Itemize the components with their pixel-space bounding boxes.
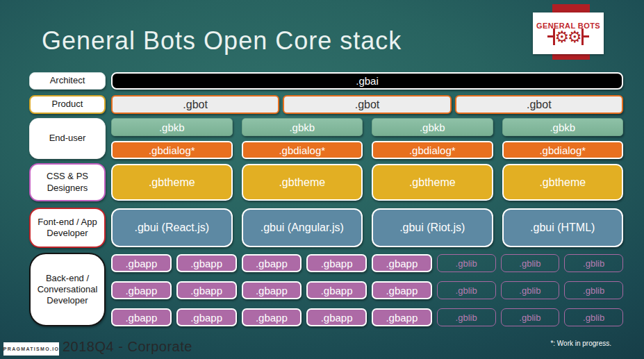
stack-row-gbkb: .gbkb .gbkb .gbkb .gbkb bbox=[111, 118, 623, 136]
role-label-text: Architect bbox=[50, 75, 85, 86]
gblib-box: .gblib bbox=[564, 281, 623, 299]
footer-caption: 2018Q4 - Corporate bbox=[63, 339, 192, 355]
gbapp-box: .gbapp bbox=[111, 281, 172, 299]
gbtheme-box: .gbtheme bbox=[111, 164, 233, 201]
general-bots-logo: GENERAL BOTS ⚙⚙ bbox=[533, 12, 604, 54]
gbkb-box: .gbkb bbox=[111, 118, 233, 136]
gbapp-box: .gbapp bbox=[306, 281, 367, 299]
gbapp-box: .gbapp bbox=[372, 308, 432, 326]
stack-row-apps-1: .gbapp .gbapp .gbapp .gbapp .gbapp .gbli… bbox=[111, 254, 623, 272]
gblib-box: .gblib bbox=[501, 254, 560, 272]
pragmatismo-badge: PRAGMATISMO.IO bbox=[3, 342, 59, 356]
gear-bar-left bbox=[553, 28, 555, 45]
gbtheme-box: .gbtheme bbox=[372, 164, 493, 201]
stack-row-gbot: .gbot .gbot .gbot bbox=[111, 95, 623, 114]
role-label-text: End-user bbox=[49, 133, 86, 144]
stack-row-apps-3: .gbapp .gbapp .gbapp .gbapp .gbapp .gbli… bbox=[111, 308, 623, 326]
stack-row-gbdialog: .gbdialog* .gbdialog* .gbdialog* .gbdial… bbox=[111, 141, 623, 159]
gears-icon: ⚙⚙ bbox=[553, 28, 583, 45]
gblib-box: .gblib bbox=[501, 308, 560, 326]
gblib-box: .gblib bbox=[564, 254, 623, 272]
role-label-text: CSS & PS Designers bbox=[35, 171, 100, 194]
gbapp-box: .gbapp bbox=[176, 254, 237, 272]
gbapp-box: .gbapp bbox=[176, 308, 237, 326]
gbapp-box: .gbapp bbox=[242, 281, 302, 299]
work-in-progress-note: *: Work in progress. bbox=[550, 340, 611, 347]
gbapp-box: .gbapp bbox=[372, 254, 432, 272]
gbot-box: .gbot bbox=[111, 95, 279, 114]
gear-icon: ⚙ bbox=[568, 29, 582, 45]
page-title: General Bots Open Core stack bbox=[42, 26, 402, 56]
gbkb-box: .gbkb bbox=[372, 118, 493, 136]
gbui-angular-box: .gbui (Angular.js) bbox=[242, 208, 363, 247]
role-label-text: Product bbox=[52, 99, 83, 110]
stack-row-gbtheme: .gbtheme .gbtheme .gbtheme .gbtheme bbox=[111, 164, 623, 201]
gblib-box: .gblib bbox=[501, 281, 560, 299]
gbot-box: .gbot bbox=[283, 95, 451, 114]
gear-icon: ⚙ bbox=[554, 29, 569, 45]
gblib-box: .gblib bbox=[564, 308, 623, 326]
gbdialog-box: .gbdialog* bbox=[111, 141, 233, 159]
gbkb-box: .gbkb bbox=[502, 118, 624, 136]
role-label-css-ps-designers: CSS & PS Designers bbox=[29, 163, 106, 201]
gbapp-box: .gbapp bbox=[176, 281, 237, 299]
gbdialog-box: .gbdialog* bbox=[372, 141, 493, 159]
gbapp-box: .gbapp bbox=[306, 254, 367, 272]
role-label-frontend-app-developer: Font-end / App Developer bbox=[29, 208, 106, 248]
gbapp-box: .gbapp bbox=[372, 281, 432, 299]
gbapp-box: .gbapp bbox=[111, 254, 172, 272]
stack-row-gbai: .gbai bbox=[111, 72, 623, 90]
role-label-text: Font-end / App Developer bbox=[35, 217, 100, 240]
role-label-backend-conversational-developer: Back-end / Conversational Developer bbox=[29, 253, 106, 326]
role-label-architect: Architect bbox=[29, 72, 106, 90]
gbui-html-box: .gbui (HTML) bbox=[502, 208, 624, 247]
role-label-text: Back-end / Conversational Developer bbox=[35, 273, 100, 307]
gbai-box: .gbai bbox=[111, 72, 623, 90]
gbui-react-box: .gbui (React.js) bbox=[111, 208, 233, 247]
gbkb-box: .gbkb bbox=[242, 118, 363, 136]
gear-bar-right bbox=[581, 28, 584, 45]
gblib-box: .gblib bbox=[437, 254, 496, 272]
gbot-box: .gbot bbox=[455, 95, 623, 114]
gbdialog-box: .gbdialog* bbox=[502, 141, 624, 159]
gblib-box: .gblib bbox=[437, 308, 496, 326]
gbapp-box: .gbapp bbox=[242, 308, 302, 326]
gblib-box: .gblib bbox=[437, 281, 496, 299]
slide: General Bots Open Core stack GENERAL BOT… bbox=[0, 0, 644, 359]
stack-row-gbui: .gbui (React.js) .gbui (Angular.js) .gbu… bbox=[111, 208, 623, 247]
gbui-riot-box: .gbui (Riot.js) bbox=[372, 208, 493, 247]
gbtheme-box: .gbtheme bbox=[242, 164, 363, 201]
role-label-end-user: End-user bbox=[29, 118, 106, 159]
stack-row-apps-2: .gbapp .gbapp .gbapp .gbapp .gbapp .gbli… bbox=[111, 281, 623, 299]
role-label-product: Product bbox=[29, 95, 106, 114]
gbapp-box: .gbapp bbox=[306, 308, 367, 326]
gbapp-box: .gbapp bbox=[242, 254, 302, 272]
gbapp-box: .gbapp bbox=[111, 308, 172, 326]
gbdialog-box: .gbdialog* bbox=[242, 141, 363, 159]
gbtheme-box: .gbtheme bbox=[502, 164, 624, 201]
